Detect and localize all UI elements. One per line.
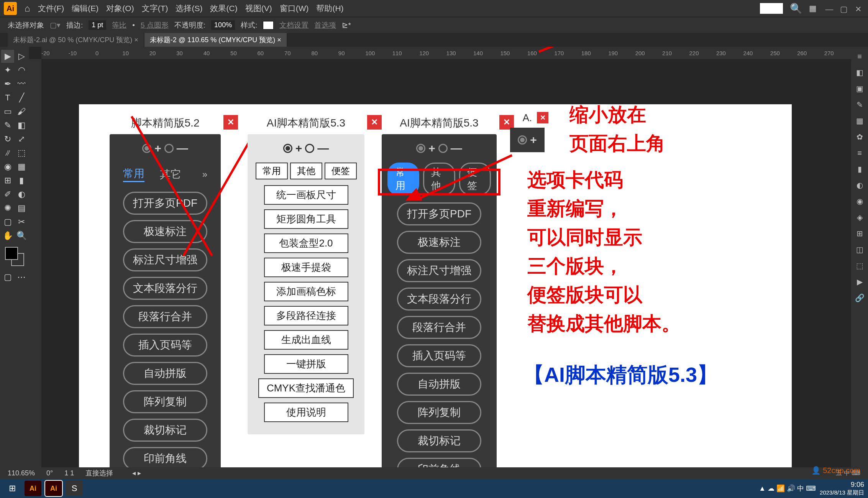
tab-common[interactable]: 常用 <box>123 166 144 182</box>
brush-dropdown[interactable]: 5 点圆形 <box>141 20 169 30</box>
artboard-tool[interactable]: ▢ <box>1 215 14 228</box>
menu-help[interactable]: 帮助(H) <box>316 3 343 14</box>
top-script-dock[interactable] <box>760 3 783 14</box>
taskbar-ai-2[interactable]: Ai <box>45 481 62 496</box>
libraries-icon[interactable]: ▣ <box>853 82 866 95</box>
btn-crop-marks[interactable]: 裁切标记 <box>397 429 481 452</box>
layers-icon[interactable]: ◧ <box>853 66 866 79</box>
appearance-icon[interactable]: ◉ <box>853 195 866 208</box>
btn-dim-enhance[interactable]: 标注尺寸增强 <box>397 259 481 282</box>
btn-add-color-swatch[interactable]: 添加画稿色标 <box>264 282 348 301</box>
selection-tool[interactable]: ▶ <box>1 50 14 63</box>
btn-para-merge[interactable]: 段落行合并 <box>123 305 207 328</box>
document-tab-1[interactable]: 未标题-2.ai @ 50 % (CMYK/CPU 预览) × <box>8 33 144 47</box>
btn-package-box[interactable]: 包装盒型2.0 <box>264 233 348 253</box>
fill-stroke-swatch[interactable] <box>5 247 24 266</box>
perspective-tool[interactable]: ▦ <box>15 160 28 173</box>
close-icon[interactable]: ✕ <box>223 115 238 130</box>
links-icon[interactable]: 🔗 <box>853 291 866 304</box>
menu-file[interactable]: 文件(F) <box>38 3 64 14</box>
scale-tool[interactable]: ⤢ <box>15 133 28 146</box>
btn-multi-path-join[interactable]: 多段路径连接 <box>264 306 348 325</box>
btn-text-split[interactable]: 文本段落分行 <box>397 288 481 311</box>
transform-icon[interactable]: ⬚ <box>853 259 866 272</box>
rectangle-tool[interactable]: ▭ <box>1 105 14 118</box>
close-icon[interactable]: ✕ <box>537 112 548 123</box>
rotation-angle[interactable]: 0° <box>46 469 53 477</box>
menu-window[interactable]: 窗口(W) <box>280 3 309 14</box>
btn-unify-artboard[interactable]: 统一画板尺寸 <box>264 185 348 205</box>
paintbrush-tool[interactable]: 🖌 <box>15 105 28 118</box>
btn-insert-pagenum[interactable]: 插入页码等 <box>397 344 481 367</box>
properties-icon[interactable]: ≡ <box>853 50 866 63</box>
shaper-tool[interactable]: ✎ <box>1 119 14 132</box>
btn-fast-annotate[interactable]: 极速标注 <box>397 231 481 254</box>
btn-oneclick-impose[interactable]: 一键拼版 <box>264 354 348 374</box>
btn-dim-enhance[interactable]: 标注尺寸增强 <box>123 248 207 271</box>
align-icon[interactable]: ⊵* <box>342 21 351 30</box>
btn-open-multipage-pdf[interactable]: 打开多页PDF <box>123 192 207 215</box>
tab-common[interactable]: 常用 <box>256 163 288 179</box>
btn-rect-roundcorner[interactable]: 矩形圆角工具 <box>264 209 348 229</box>
btn-para-merge[interactable]: 段落行合并 <box>397 316 481 339</box>
radio-off[interactable] <box>305 144 314 153</box>
radio-on[interactable] <box>283 144 292 153</box>
home-icon[interactable]: ⌂ <box>25 3 30 14</box>
btn-cmyk-pantone[interactable]: CMYK查找潘通色 <box>258 378 354 398</box>
menu-object[interactable]: 对象(O) <box>106 3 134 14</box>
opacity-value[interactable]: 100% <box>211 20 235 30</box>
symbol-sprayer-tool[interactable]: ✺ <box>1 202 14 215</box>
btn-array-copy[interactable]: 阵列复制 <box>397 401 481 424</box>
uniform-dropdown[interactable]: 等比 <box>112 20 126 30</box>
start-button[interactable]: ⊞ <box>4 481 21 496</box>
btn-usage[interactable]: 使用说明 <box>264 403 348 422</box>
slice-tool[interactable]: ✂ <box>15 215 28 228</box>
hand-tool[interactable]: ✋ <box>1 229 14 242</box>
actions-icon[interactable]: ▶ <box>853 275 866 288</box>
preferences-button[interactable]: 首选项 <box>314 20 336 30</box>
direct-selection-tool[interactable]: ▷ <box>15 50 28 63</box>
radio-on[interactable] <box>518 135 527 145</box>
btn-prepress-corners[interactable]: 印前角线 <box>397 458 481 467</box>
mesh-tool[interactable]: ⊞ <box>1 174 14 187</box>
edit-toolbar[interactable]: ⋯ <box>15 271 28 284</box>
artboard-nav[interactable]: 1 1 <box>64 469 74 477</box>
stroke-icon[interactable]: ≡ <box>853 146 866 159</box>
btn-auto-impose[interactable]: 自动拼版 <box>397 373 481 396</box>
pen-tool[interactable]: ✒ <box>1 77 14 90</box>
align-icon[interactable]: ⊞ <box>853 227 866 240</box>
style-swatch[interactable] <box>263 21 274 30</box>
btn-auto-impose[interactable]: 自动拼版 <box>123 362 207 385</box>
screen-mode[interactable]: ▢ <box>1 271 14 284</box>
btn-crop-marks[interactable]: 裁切标记 <box>123 419 207 442</box>
menu-view[interactable]: 视图(V) <box>245 3 272 14</box>
btn-text-split[interactable]: 文本段落分行 <box>123 277 207 300</box>
btn-bleed-lines[interactable]: 生成出血线 <box>264 330 348 350</box>
taskbar-ai-1[interactable]: Ai <box>25 481 41 496</box>
chevron-right-icon[interactable]: » <box>202 169 207 180</box>
doc-setup-button[interactable]: 文档设置 <box>279 20 308 30</box>
rotate-tool[interactable]: ↻ <box>1 133 14 146</box>
radio-off[interactable] <box>164 144 174 153</box>
tray-icons[interactable]: ▲ ☁ 📶 🔊 中 ⌨ <box>759 484 816 493</box>
eyedropper-tool[interactable]: ✐ <box>1 188 14 201</box>
zoom-tool[interactable]: 🔍 <box>15 229 28 242</box>
search-icon[interactable]: 🔍 <box>790 3 802 15</box>
menu-edit[interactable]: 编辑(E) <box>72 3 98 14</box>
swatches-icon[interactable]: ▦ <box>853 114 866 127</box>
close-icon[interactable]: ✕ <box>367 115 382 130</box>
taskbar-app-3[interactable]: S <box>66 481 83 496</box>
btn-insert-pagenum[interactable]: 插入页码等 <box>123 334 207 357</box>
btn-prepress-corners[interactable]: 印前角线 <box>123 447 207 467</box>
tab-notes[interactable]: 便签 <box>325 163 357 179</box>
maximize-button[interactable]: ▢ <box>838 5 850 12</box>
gradient-tool[interactable]: ▮ <box>15 174 28 187</box>
pathfinder-icon[interactable]: ◫ <box>853 243 866 256</box>
arrange-icon[interactable]: ▦ <box>809 4 817 13</box>
line-tool[interactable]: ╱ <box>15 91 28 104</box>
magic-wand-tool[interactable]: ✦ <box>1 64 14 77</box>
close-button[interactable]: ✕ <box>853 5 864 12</box>
menu-select[interactable]: 选择(S) <box>176 3 202 14</box>
document-tab-2[interactable]: 未标题-2 @ 110.65 % (CMYK/CPU 预览) × <box>144 33 287 47</box>
btn-fast-handbag[interactable]: 极速手提袋 <box>264 258 348 277</box>
